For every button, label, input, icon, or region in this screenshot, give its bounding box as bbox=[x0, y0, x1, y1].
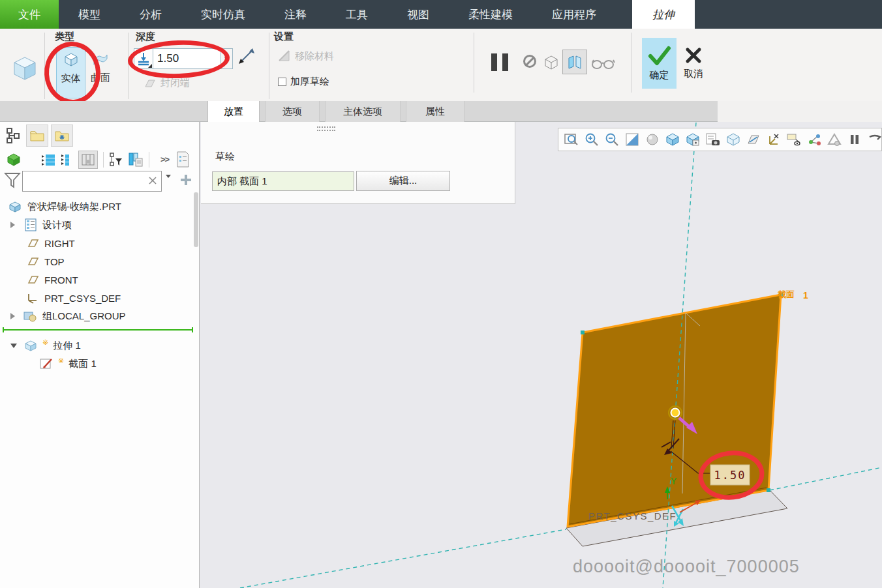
pause-icon[interactable] bbox=[845, 130, 864, 149]
tree-item-label: TOP bbox=[44, 256, 65, 267]
tab-body-options[interactable]: 主体选项 bbox=[325, 101, 401, 122]
menu-file[interactable]: 文件 bbox=[0, 0, 59, 29]
expand-all-icon[interactable] bbox=[40, 153, 56, 170]
dimension-value[interactable]: 1.50 bbox=[714, 469, 746, 482]
menu-tools[interactable]: 工具 bbox=[330, 0, 384, 29]
glasses-verify-icon[interactable] bbox=[591, 57, 616, 73]
menu-view[interactable]: 视图 bbox=[391, 0, 445, 29]
filter-dropdown-arrow[interactable] bbox=[166, 178, 171, 190]
tree-item-section-1[interactable]: ※ 截面 1 bbox=[39, 355, 97, 373]
menu-annotate[interactable]: 注释 bbox=[269, 0, 322, 29]
expand-arrow-icon[interactable] bbox=[10, 222, 15, 228]
clipped-icon[interactable] bbox=[866, 130, 882, 149]
dashboard-tab-strip: 放置 选项 主体选项 属性 bbox=[0, 101, 882, 122]
ribbon-separator bbox=[474, 33, 474, 93]
menu-applications[interactable]: 应用程序 bbox=[536, 0, 612, 29]
ok-button[interactable]: 确定 bbox=[642, 38, 677, 89]
tree-item-front-plane[interactable]: FRONT bbox=[26, 271, 78, 289]
flip-direction-icon[interactable] bbox=[237, 47, 256, 68]
attached-preview-toggle[interactable] bbox=[562, 50, 587, 74]
collapse-arrow-icon[interactable] bbox=[10, 344, 17, 348]
tree-item-part[interactable]: 管状焊锡-收纳架.PRT bbox=[8, 198, 121, 216]
saved-views-icon[interactable] bbox=[663, 130, 682, 149]
menu-flexible-modeling[interactable]: 柔性建模 bbox=[453, 0, 528, 29]
favorites-tab[interactable] bbox=[51, 125, 73, 147]
tab-properties[interactable]: 属性 bbox=[406, 101, 464, 122]
clear-filter-icon[interactable] bbox=[147, 175, 158, 188]
tree-item-right-plane[interactable]: RIGHT bbox=[26, 234, 75, 252]
extrude-icon bbox=[23, 339, 38, 352]
filter-funnel-icon[interactable] bbox=[4, 171, 21, 192]
collapse-all-icon[interactable] bbox=[60, 153, 74, 170]
add-filter-icon[interactable] bbox=[179, 173, 193, 190]
surface-type-button[interactable]: 曲面 bbox=[85, 47, 115, 83]
blind-depth-icon[interactable] bbox=[134, 48, 153, 69]
depth-value-input[interactable] bbox=[153, 48, 221, 69]
no-preview-icon[interactable] bbox=[523, 55, 536, 68]
tree-item-extrude-1[interactable]: ※ 拉伸 1 bbox=[10, 336, 81, 355]
sketch-collector-field[interactable]: 内部 截面 1 bbox=[212, 171, 354, 191]
panel-drag-handle[interactable] bbox=[317, 126, 335, 128]
menu-live-simulation[interactable]: 实时仿真 bbox=[185, 0, 261, 29]
tab-options[interactable]: 选项 bbox=[265, 101, 320, 122]
repaint-icon[interactable] bbox=[623, 130, 641, 149]
zoom-out-icon[interactable] bbox=[603, 130, 621, 149]
datum-plane-icon bbox=[26, 274, 39, 285]
tree-item-label: RIGHT bbox=[44, 238, 75, 249]
display-style-icon[interactable] bbox=[724, 130, 742, 149]
zoom-in-icon[interactable] bbox=[583, 130, 601, 149]
tree-item-design-items[interactable]: 设计项 bbox=[10, 216, 72, 234]
datum-axis-display-icon[interactable] bbox=[765, 130, 783, 149]
solid-type-label: 实体 bbox=[61, 72, 81, 85]
pause-button[interactable] bbox=[491, 53, 508, 71]
model-tree-icon[interactable] bbox=[5, 127, 21, 147]
tab-placement[interactable]: 放置 bbox=[207, 101, 260, 122]
tree-item-top-plane[interactable]: TOP bbox=[26, 252, 65, 271]
zoom-window-icon[interactable] bbox=[562, 130, 581, 149]
tree-filter-input[interactable] bbox=[22, 171, 162, 192]
tab-extrude-tool[interactable]: 拉伸 bbox=[632, 0, 695, 29]
cancel-label: 取消 bbox=[684, 68, 703, 80]
edit-sketch-button[interactable]: 编辑... bbox=[356, 171, 450, 191]
annotation-display-icon[interactable] bbox=[785, 130, 803, 149]
folder-star-icon bbox=[54, 129, 70, 142]
feature-preview-icon bbox=[567, 54, 583, 70]
remove-material-icon bbox=[278, 50, 291, 63]
tree-settings-columns-icon[interactable] bbox=[128, 152, 144, 170]
tree-item-label: 截面 1 bbox=[68, 358, 97, 370]
shading-style-icon[interactable] bbox=[643, 130, 662, 149]
menu-analysis[interactable]: 分析 bbox=[124, 0, 177, 29]
menu-model[interactable]: 模型 bbox=[63, 0, 116, 29]
folder-browser-tab[interactable] bbox=[26, 125, 48, 147]
tree-scrollbar[interactable] bbox=[194, 192, 198, 247]
show-nav-cube-icon[interactable] bbox=[5, 152, 22, 170]
expand-arrow-icon[interactable] bbox=[10, 313, 15, 319]
regenerate-marker: ※ bbox=[58, 357, 64, 365]
datum-plane-display-icon[interactable] bbox=[744, 130, 763, 149]
wireframe-preview-icon[interactable] bbox=[543, 55, 560, 73]
tree-item-csys[interactable]: PRT_CSYS_DEF bbox=[26, 289, 121, 307]
thicken-sketch-option[interactable]: 加厚草绘 bbox=[278, 76, 329, 88]
solid-cube-icon bbox=[63, 51, 80, 70]
placement-panel: 草绘 内部 截面 1 编辑... bbox=[201, 122, 515, 204]
tree-toolbar-overflow[interactable]: >> bbox=[160, 154, 169, 164]
panel-drag-handle[interactable] bbox=[317, 130, 335, 131]
tree-item-local-group[interactable]: 组LOCAL_GROUP bbox=[10, 307, 126, 325]
tree-settings-doc-icon[interactable] bbox=[175, 151, 190, 171]
tree-toolbar-separator bbox=[149, 152, 149, 168]
depth-dropdown-arrow[interactable] bbox=[221, 48, 233, 69]
settings-group-label: 设置 bbox=[274, 31, 294, 43]
3d-dragger-icon[interactable] bbox=[825, 130, 844, 149]
tree-columns-toggle[interactable] bbox=[78, 151, 98, 169]
view-manager-icon[interactable] bbox=[684, 130, 702, 149]
extrude-dashboard-ribbon: 类型 实体 曲面 深度 bbox=[0, 29, 882, 101]
insert-here-indicator[interactable] bbox=[3, 329, 193, 331]
thicken-sketch-checkbox[interactable] bbox=[278, 78, 286, 86]
cancel-button[interactable]: 取消 bbox=[678, 38, 708, 89]
capture-icon[interactable] bbox=[704, 130, 722, 149]
tree-filter-icon[interactable] bbox=[108, 152, 123, 170]
solid-type-button[interactable]: 实体 bbox=[56, 47, 85, 98]
depth-drag-handle[interactable] bbox=[671, 409, 680, 417]
watermark-text: dooooit@dooooit_7000005 bbox=[573, 557, 800, 577]
spin-center-icon[interactable] bbox=[805, 130, 823, 149]
